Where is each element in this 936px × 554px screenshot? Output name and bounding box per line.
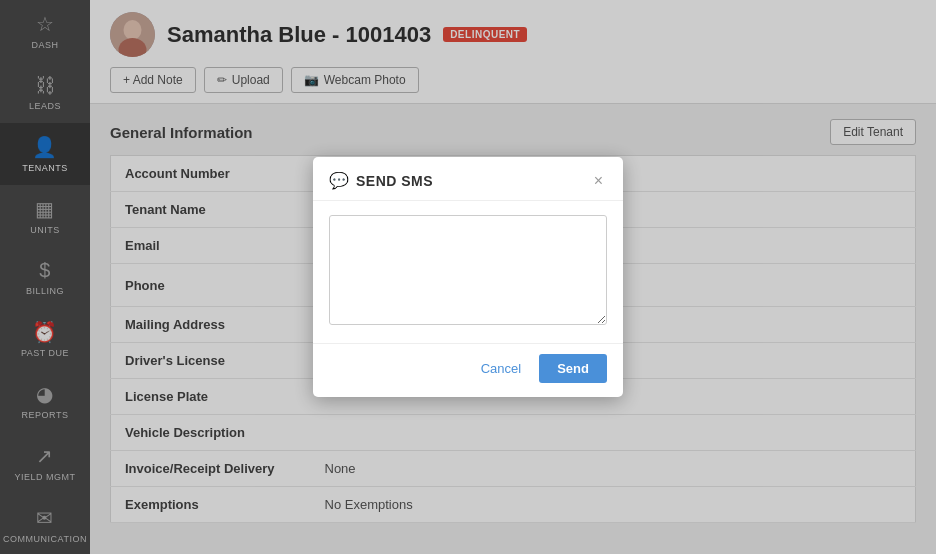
modal-close-button[interactable]: × (590, 172, 607, 190)
sms-message-input[interactable] (329, 215, 607, 325)
modal-header: 💬 SEND SMS × (313, 157, 623, 201)
modal-overlay: 💬 SEND SMS × Cancel Send (0, 0, 936, 554)
cancel-button[interactable]: Cancel (471, 354, 531, 383)
send-button[interactable]: Send (539, 354, 607, 383)
sms-bubble-icon: 💬 (329, 171, 349, 190)
modal-body (313, 201, 623, 343)
send-sms-modal: 💬 SEND SMS × Cancel Send (313, 157, 623, 397)
modal-title: SEND SMS (356, 173, 433, 189)
modal-title-row: 💬 SEND SMS (329, 171, 433, 190)
modal-footer: Cancel Send (313, 343, 623, 397)
